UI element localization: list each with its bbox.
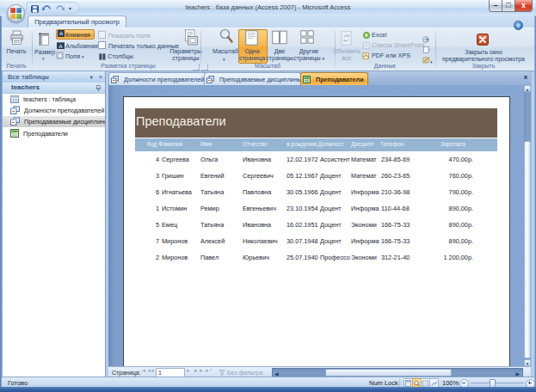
svg-text:A: A bbox=[59, 44, 62, 49]
